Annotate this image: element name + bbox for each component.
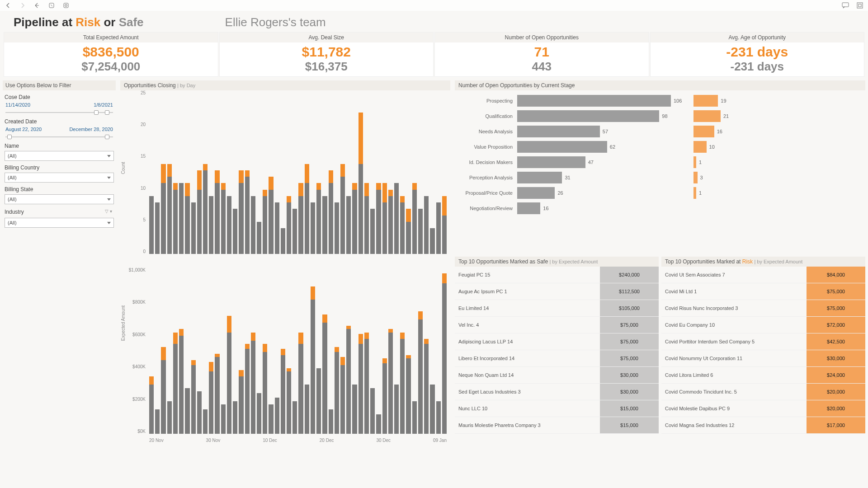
stage-row[interactable]: Value Proposition 62 10 bbox=[458, 139, 862, 155]
bar[interactable] bbox=[275, 270, 279, 434]
bar[interactable] bbox=[418, 93, 423, 254]
bar[interactable] bbox=[329, 93, 333, 254]
bar[interactable] bbox=[185, 270, 189, 434]
bar[interactable] bbox=[263, 93, 267, 254]
bar[interactable] bbox=[424, 270, 429, 434]
stage-row[interactable]: Perception Analysis 31 3 bbox=[458, 170, 862, 185]
bar[interactable] bbox=[161, 270, 165, 434]
bar[interactable] bbox=[329, 270, 333, 434]
bar[interactable] bbox=[209, 270, 213, 434]
table-row[interactable]: Covid Commodo Tincidunt Inc. 5 $20,000 bbox=[661, 384, 865, 400]
bar[interactable] bbox=[335, 93, 339, 254]
bar[interactable] bbox=[340, 270, 345, 434]
bar[interactable] bbox=[364, 93, 369, 254]
bar[interactable] bbox=[281, 93, 285, 254]
bar[interactable] bbox=[263, 270, 267, 434]
bar[interactable] bbox=[430, 270, 434, 434]
bar[interactable] bbox=[215, 93, 219, 254]
bar[interactable] bbox=[406, 93, 410, 254]
bar[interactable] bbox=[394, 270, 399, 434]
table-row[interactable]: Augue Ac Ipsum PC 1 $112,500 bbox=[455, 283, 659, 300]
bar[interactable] bbox=[370, 270, 375, 434]
stage-row[interactable]: Negotiation/Review 16 bbox=[458, 201, 862, 216]
bar[interactable] bbox=[233, 270, 237, 434]
bar[interactable] bbox=[292, 93, 297, 254]
bar[interactable] bbox=[251, 93, 255, 254]
bar[interactable] bbox=[436, 270, 441, 434]
bar[interactable] bbox=[203, 93, 208, 254]
bar[interactable] bbox=[352, 93, 357, 254]
bar[interactable] bbox=[179, 270, 184, 434]
bar[interactable] bbox=[376, 93, 381, 254]
bar[interactable] bbox=[388, 93, 393, 254]
table-row[interactable]: Sed Eget Lacus Industries 3 $30,000 bbox=[455, 384, 659, 400]
bar[interactable] bbox=[316, 93, 321, 254]
table-row[interactable]: Vel Inc. 4 $75,000 bbox=[455, 317, 659, 333]
bar[interactable] bbox=[257, 270, 261, 434]
bar[interactable] bbox=[233, 93, 237, 254]
bar[interactable] bbox=[412, 270, 417, 434]
bar[interactable] bbox=[292, 270, 297, 434]
bar[interactable] bbox=[173, 93, 178, 254]
bar[interactable] bbox=[167, 93, 172, 254]
bar[interactable] bbox=[382, 270, 387, 434]
kpi-card[interactable]: Number of Open Opportunities 71 443 bbox=[434, 32, 649, 77]
bar[interactable] bbox=[269, 93, 273, 254]
bar[interactable] bbox=[442, 93, 447, 254]
bar[interactable] bbox=[400, 270, 405, 434]
table-row[interactable]: Eu Limited 14 $105,000 bbox=[455, 300, 659, 317]
bar[interactable] bbox=[209, 93, 213, 254]
bar[interactable] bbox=[298, 270, 303, 434]
bar[interactable] bbox=[227, 93, 231, 254]
bar[interactable] bbox=[179, 93, 184, 254]
table-row[interactable]: Neque Non Quam Ltd 14 $30,000 bbox=[455, 367, 659, 384]
bar[interactable] bbox=[281, 270, 285, 434]
bar[interactable] bbox=[287, 93, 291, 254]
bar[interactable] bbox=[149, 93, 154, 254]
bar[interactable] bbox=[305, 270, 309, 434]
bar[interactable] bbox=[227, 270, 231, 434]
table-row[interactable]: Covid Litora Limited 6 $24,000 bbox=[661, 367, 865, 384]
stage-row[interactable]: Needs Analysis 57 16 bbox=[458, 124, 862, 139]
table-row[interactable]: Covid Mi Ltd 1 $75,000 bbox=[661, 283, 865, 300]
bar[interactable] bbox=[412, 93, 417, 254]
bar[interactable] bbox=[346, 93, 351, 254]
bar[interactable] bbox=[167, 270, 172, 434]
table-row[interactable]: Nunc LLC 10 $15,000 bbox=[455, 400, 659, 417]
bar[interactable] bbox=[322, 270, 327, 434]
bar[interactable] bbox=[400, 93, 405, 254]
table-row[interactable]: Covid Eu Company 10 $72,000 bbox=[661, 317, 865, 333]
bar[interactable] bbox=[430, 93, 434, 254]
table-row[interactable]: Covid Nonummy Ut Corporation 11 $30,000 bbox=[661, 350, 865, 367]
bar[interactable] bbox=[155, 270, 160, 434]
bar[interactable] bbox=[239, 93, 243, 254]
table-row[interactable]: Covid Magna Sed Industries 12 $17,000 bbox=[661, 417, 865, 434]
table-row[interactable]: Covid Risus Nunc Incorporated 3 $75,000 bbox=[661, 300, 865, 317]
table-row[interactable]: Covid Porttitor Interdum Sed Company 5 $… bbox=[661, 333, 865, 350]
kpi-card[interactable]: Avg. Age of Opportunity -231 days -231 d… bbox=[650, 32, 865, 77]
bar[interactable] bbox=[269, 270, 273, 434]
industry-select[interactable]: (All) bbox=[5, 218, 114, 228]
forward-icon[interactable] bbox=[19, 2, 26, 9]
bar[interactable] bbox=[311, 270, 315, 434]
stage-row[interactable]: Prospecting 106 19 bbox=[458, 93, 862, 108]
bar[interactable] bbox=[197, 93, 202, 254]
bar[interactable] bbox=[359, 270, 363, 434]
back-icon[interactable] bbox=[5, 2, 12, 9]
bar[interactable] bbox=[149, 270, 154, 434]
stage-row[interactable]: Proposal/Price Quote 26 1 bbox=[458, 185, 862, 201]
table-row[interactable]: Covid Molestie Dapibus PC 9 $20,000 bbox=[661, 400, 865, 417]
bar[interactable] bbox=[245, 270, 250, 434]
bar[interactable] bbox=[161, 93, 165, 254]
bar[interactable] bbox=[155, 93, 160, 254]
table-row[interactable]: Covid Ut Sem Associates 7 $84,000 bbox=[661, 267, 865, 283]
pause-icon[interactable] bbox=[62, 2, 70, 9]
stage-row[interactable]: Id. Decision Makers 47 1 bbox=[458, 155, 862, 170]
bar[interactable] bbox=[185, 93, 189, 254]
bar[interactable] bbox=[364, 270, 369, 434]
bar[interactable] bbox=[424, 93, 429, 254]
filter-clear-icon[interactable]: ▽ ▾ bbox=[105, 209, 112, 214]
bar[interactable] bbox=[287, 270, 291, 434]
bar[interactable] bbox=[394, 93, 399, 254]
fullscreen-icon[interactable] bbox=[856, 2, 863, 9]
